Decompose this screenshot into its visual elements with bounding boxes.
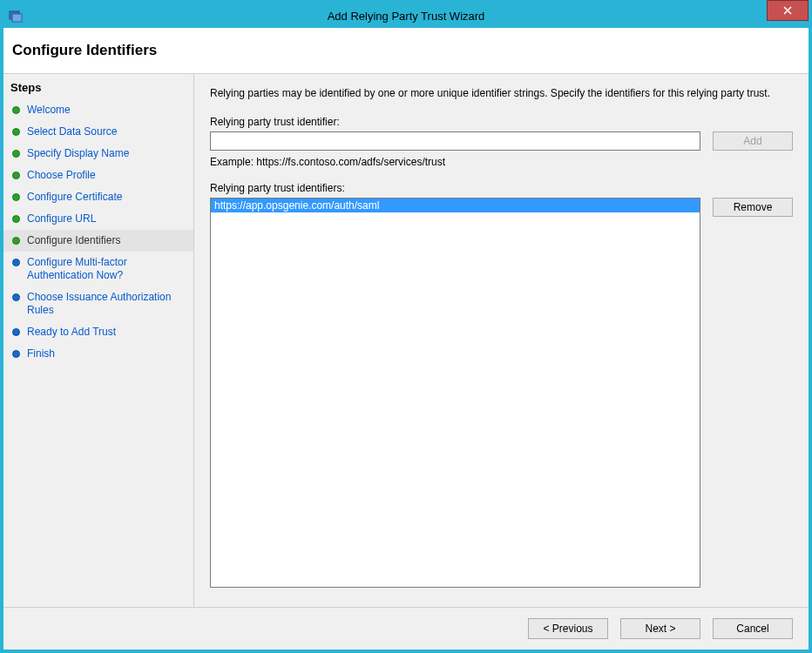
step-item[interactable]: Specify Display Name <box>3 143 193 165</box>
step-bullet-icon <box>12 293 20 301</box>
step-bullet-icon <box>12 150 20 158</box>
identifiers-listbox[interactable]: https://app.opsgenie.com/auth/saml <box>210 198 700 588</box>
step-label: Choose Issuance Authorization Rules <box>27 291 186 317</box>
step-bullet-icon <box>12 259 20 266</box>
step-item[interactable]: Welcome <box>3 99 193 121</box>
step-bullet-icon <box>12 193 20 201</box>
step-label: Ready to Add Trust <box>27 326 116 339</box>
step-item[interactable]: Ready to Add Trust <box>3 321 193 343</box>
step-item[interactable]: Finish <box>3 343 193 365</box>
page-title: Configure Identifiers <box>12 42 800 59</box>
step-label: Specify Display Name <box>27 147 129 160</box>
close-icon <box>783 4 792 17</box>
close-button[interactable] <box>767 0 809 21</box>
identifier-input[interactable] <box>210 131 700 151</box>
steps-panel: Steps WelcomeSelect Data SourceSpecify D… <box>3 74 194 607</box>
step-bullet-icon <box>12 215 20 223</box>
step-bullet-icon <box>12 237 20 245</box>
step-label: Configure Multi-factor Authentication No… <box>27 256 186 282</box>
step-bullet-icon <box>12 328 20 336</box>
step-item[interactable]: Select Data Source <box>3 121 193 143</box>
instruction-text: Relying parties may be identified by one… <box>210 86 793 100</box>
identifier-label: Relying party trust identifier: <box>210 116 793 128</box>
step-label: Finish <box>27 347 55 360</box>
step-item[interactable]: Configure URL <box>3 208 193 230</box>
remove-button[interactable]: Remove <box>713 198 793 217</box>
step-label: Select Data Source <box>27 125 117 138</box>
content-panel: Relying parties may be identified by one… <box>194 74 809 607</box>
step-item[interactable]: Configure Multi-factor Authentication No… <box>3 252 193 286</box>
header-area: Configure Identifiers <box>3 28 809 73</box>
step-label: Welcome <box>27 104 71 117</box>
step-item[interactable]: Choose Profile <box>3 165 193 186</box>
step-bullet-icon <box>12 128 20 136</box>
cancel-button[interactable]: Cancel <box>713 618 793 639</box>
titlebar: Add Relying Party Trust Wizard <box>3 3 809 28</box>
steps-heading: Steps <box>3 79 193 99</box>
step-bullet-icon <box>12 172 20 179</box>
step-item[interactable]: Configure Identifiers <box>3 230 193 252</box>
add-button[interactable]: Add <box>713 131 793 151</box>
step-label: Choose Profile <box>27 169 96 182</box>
list-item[interactable]: https://app.opsgenie.com/auth/saml <box>211 199 700 212</box>
step-bullet-icon <box>12 350 20 358</box>
wizard-window: Add Relying Party Trust Wizard Configure… <box>0 0 812 653</box>
body-area: Steps WelcomeSelect Data SourceSpecify D… <box>3 73 809 607</box>
step-item[interactable]: Configure Certificate <box>3 186 193 208</box>
step-bullet-icon <box>12 106 20 114</box>
svg-rect-1 <box>12 14 22 22</box>
step-label: Configure Identifiers <box>27 234 120 247</box>
app-icon <box>9 9 23 23</box>
next-button[interactable]: Next > <box>620 618 700 639</box>
step-label: Configure Certificate <box>27 191 122 204</box>
step-item[interactable]: Choose Issuance Authorization Rules <box>3 286 193 321</box>
step-label: Configure URL <box>27 212 96 226</box>
identifiers-label: Relying party trust identifiers: <box>210 182 793 194</box>
previous-button[interactable]: < Previous <box>528 618 608 639</box>
footer-area: < Previous Next > Cancel <box>3 607 809 650</box>
window-title: Add Relying Party Trust Wizard <box>3 10 809 23</box>
example-text: Example: https://fs.contoso.com/adfs/ser… <box>210 156 793 168</box>
